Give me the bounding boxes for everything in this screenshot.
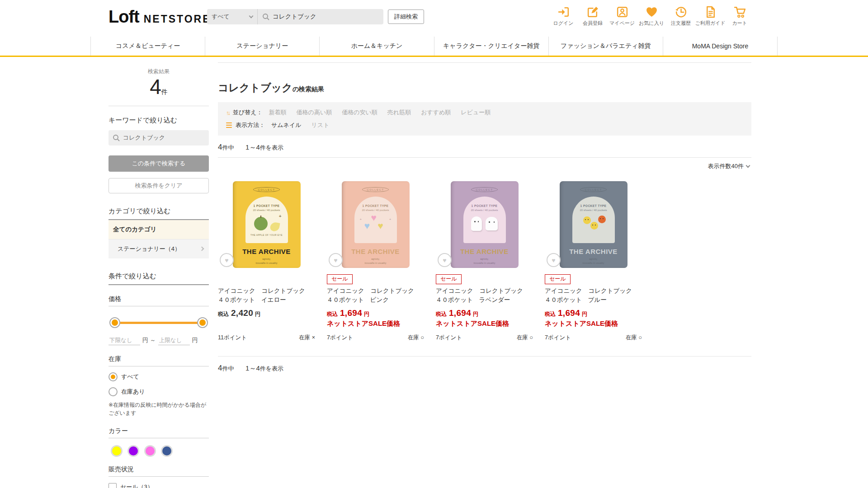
register-label: 会員登録: [583, 20, 603, 27]
nav-item-home-kitchen[interactable]: ホーム＆キッチン: [319, 37, 434, 56]
mypage-label: マイページ: [609, 20, 635, 27]
sort-option-new[interactable]: 新着順: [269, 108, 287, 117]
product-card[interactable]: COLLECT 1 POCKET TYPE 20 sheets / 40 poc…: [327, 179, 436, 342]
color-swatch-purple[interactable]: [129, 446, 138, 455]
favorites-link[interactable]: お気に入り: [640, 5, 663, 27]
advanced-search-button[interactable]: 詳細検索: [388, 9, 424, 24]
sort-option-price-high[interactable]: 価格の高い順: [297, 108, 332, 117]
checkbox-icon: [108, 483, 117, 488]
per-page-select[interactable]: 表示件数40件: [218, 162, 750, 170]
search-results-main: コレクトブックの検索結果 ↑↓ 並び替え： 新着順 価格の高い順 価格の安い順 …: [218, 62, 751, 488]
color-swatches: [108, 446, 209, 455]
condition-filter-heading: 条件で絞り込む: [108, 272, 209, 285]
sort-option-recommended[interactable]: おすすめ順: [421, 108, 451, 117]
nav-item-stationery[interactable]: ステーショナリー: [205, 37, 319, 56]
smileys-motif: [572, 214, 615, 234]
product-stock: 在庫 ○: [626, 334, 642, 342]
price-slider-track: [112, 322, 205, 324]
price-unit-label: 円: [192, 336, 198, 344]
favorite-button[interactable]: ♥: [329, 253, 343, 267]
product-name[interactable]: アイコニック コレクトブック ４０ポケット イエロー: [218, 286, 315, 305]
stock-radio-instock[interactable]: 在庫あり: [108, 387, 209, 396]
price-row: 税込 1,694 円: [436, 308, 533, 318]
page-title-keyword: コレクトブック: [218, 82, 292, 94]
sort-option-price-low[interactable]: 価格の安い順: [342, 108, 377, 117]
product-image[interactable]: COLLECT 1 POCKET TYPE 20 sheets / 40 poc…: [545, 179, 642, 268]
product-image[interactable]: COLLECT 1 POCKET TYPE 20 sheets / 40 poc…: [436, 179, 533, 268]
product-card[interactable]: COLLECT 1 POCKET TYPE 20 sheets / 40 poc…: [545, 179, 654, 342]
cart-label: カート: [732, 20, 747, 27]
product-name[interactable]: アイコニック コレクトブック ４０ポケット ラベンダー: [436, 286, 533, 305]
price-slider-handle-min[interactable]: [109, 317, 120, 328]
product-image[interactable]: COLLECT 1 POCKET TYPE 20 sheets / 40 poc…: [218, 179, 315, 268]
nav-item-character[interactable]: キャラクター・クリエイター雑貨: [434, 37, 548, 56]
tax-label: 税込: [545, 310, 556, 318]
login-icon: [557, 5, 570, 19]
keyword-filter-heading: キーワードで絞り込む: [108, 116, 209, 125]
nav-item-moma[interactable]: MoMA Design Store: [663, 37, 778, 56]
register-link[interactable]: 会員登録: [581, 5, 604, 27]
search-category-select[interactable]: すべて: [207, 9, 258, 24]
radio-selected-icon: [108, 372, 118, 381]
stock-instock-label: 在庫あり: [121, 388, 145, 396]
product-image[interactable]: COLLECT 1 POCKET TYPE 20 sheets / 40 poc…: [327, 179, 424, 268]
ghosts-motif: [463, 214, 506, 234]
stock-radio-all[interactable]: すべて: [108, 372, 209, 381]
results-count-row-top: 4件中 1～4件を表示: [218, 143, 751, 152]
smiley-icon: [590, 222, 598, 230]
product-name[interactable]: アイコニック コレクトブック ４０ポケット ブルー: [545, 286, 642, 305]
sort-option-bestseller[interactable]: 売れ筋順: [387, 108, 411, 117]
book-pocket-type: 1 POCKET TYPE: [254, 204, 280, 207]
order-history-link[interactable]: 注文履歴: [669, 5, 693, 27]
login-link[interactable]: ログイン: [552, 5, 575, 27]
apple-motif: +: [245, 214, 288, 234]
price-slider-handle-max[interactable]: [197, 317, 208, 328]
nav-item-fashion[interactable]: ファッション＆バラエティ雑貨: [548, 37, 663, 56]
site-logo[interactable]: Loft NETSTORE: [108, 7, 211, 27]
cart-link[interactable]: カート: [728, 5, 751, 27]
sale-checkbox-row[interactable]: セール（3）: [108, 483, 209, 488]
yen-label: 円: [473, 310, 478, 318]
book-brand: THE ARCHIVE: [351, 248, 400, 255]
product-card[interactable]: COLLECT 1 POCKET TYPE 20 sheets / 40 poc…: [436, 179, 545, 342]
product-name[interactable]: アイコニック コレクトブック ４０ポケット ピンク: [327, 286, 424, 305]
clear-filter-button[interactable]: 検索条件をクリア: [108, 178, 209, 193]
color-swatch-pink[interactable]: [146, 446, 155, 455]
yen-label: 円: [582, 310, 587, 318]
product-stock: 在庫 ×: [299, 334, 315, 342]
cart-icon: [733, 5, 746, 19]
book-tagline: agricity,trouvaille in usuality: [256, 257, 278, 266]
favorite-button[interactable]: ♥: [547, 253, 561, 267]
color-swatch-navy[interactable]: [162, 446, 171, 455]
category-stationery-item[interactable]: ステーショナリー（4）: [108, 239, 209, 258]
color-swatch-yellow[interactable]: [112, 446, 121, 455]
search-input[interactable]: [273, 14, 379, 20]
result-count-label: 検索結果: [108, 68, 209, 75]
book-arch-panel: 1 POCKET TYPE 20 sheets / 40 pockets + T…: [245, 197, 288, 243]
guide-link[interactable]: ご利用ガイド: [698, 5, 722, 27]
nav-item-cosme[interactable]: コスメ＆ビューティー: [90, 37, 205, 56]
category-all-item[interactable]: 全てのカテゴリ: [108, 220, 209, 239]
per-page-label: 表示件数40件: [708, 162, 744, 170]
price-max-input[interactable]: [158, 336, 190, 345]
mypage-link[interactable]: マイページ: [610, 5, 634, 27]
product-card[interactable]: COLLECT 1 POCKET TYPE 20 sheets / 40 poc…: [218, 179, 327, 342]
favorite-button[interactable]: ♥: [438, 253, 452, 267]
favorite-button[interactable]: ♥: [220, 253, 234, 267]
product-grid: COLLECT 1 POCKET TYPE 20 sheets / 40 poc…: [218, 179, 751, 342]
apply-filter-button-top[interactable]: この条件で検索する: [108, 155, 209, 172]
main-nav: コスメ＆ビューティー ステーショナリー ホーム＆キッチン キャラクター・クリエイ…: [0, 37, 868, 57]
header-searchbar: すべて 詳細検索: [207, 9, 424, 24]
search-icon: [262, 13, 269, 20]
price-min-input[interactable]: [108, 336, 140, 345]
keyword-input[interactable]: [108, 130, 209, 145]
book-stamp: COLLECT: [362, 187, 388, 192]
book-arch-panel: 1 POCKET TYPE 20 sheets / 40 pockets ♥ ♥…: [354, 197, 397, 243]
view-option-list[interactable]: リスト: [311, 121, 330, 129]
view-option-thumbnail[interactable]: サムネイル: [271, 121, 302, 129]
price-sep-label: 円 ～: [142, 336, 156, 344]
book-stamp: COLLECT: [471, 187, 497, 192]
book-caption: THE APPLE OF YOUR EYE: [250, 234, 283, 236]
product-price: 2,420: [231, 308, 253, 318]
sort-option-review[interactable]: レビュー順: [461, 108, 491, 117]
